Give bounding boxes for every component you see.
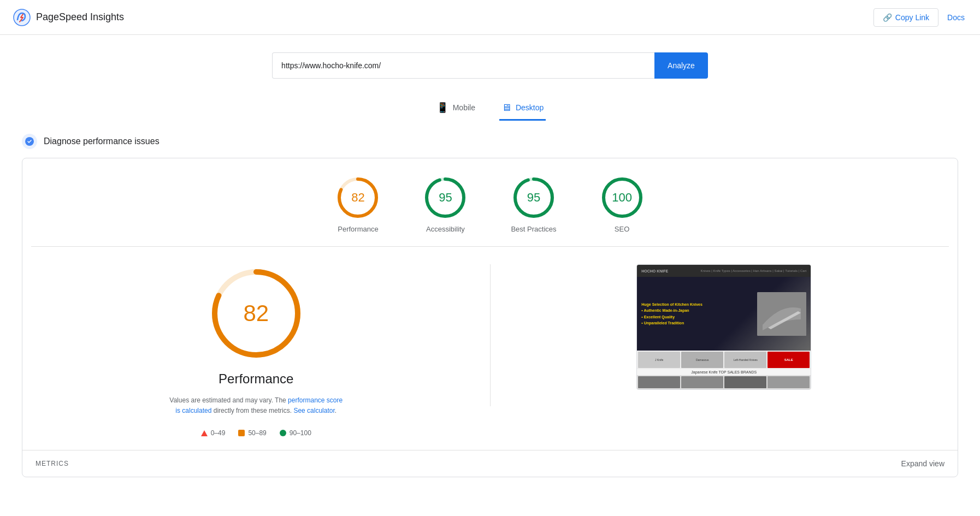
legend: 0–49 50–89 90–100 [201, 429, 311, 437]
site-header-bar: HOCHO KNIFE Knives | Knife Types | Acces… [637, 265, 811, 277]
diagnose-section: Diagnose performance issues [0, 121, 980, 158]
performance-label: Performance [338, 225, 378, 233]
detail-vertical-divider [490, 264, 491, 406]
big-gauge: 82 [207, 264, 305, 363]
average-range: 50–89 [248, 429, 266, 437]
detail-right: HOCHO KNIFE Knives | Knife Types | Acces… [512, 264, 936, 390]
hero-knife-image [757, 292, 806, 336]
score-accessibility[interactable]: 95 Accessibility [423, 176, 467, 233]
brand-img-3 [724, 376, 766, 388]
detail-description: Values are estimated and may vary. The p… [169, 395, 344, 416]
detail-left: 82 Performance Values are estimated and … [44, 264, 468, 437]
url-input[interactable] [272, 52, 654, 79]
score-best-practices[interactable]: 95 Best Practices [511, 176, 556, 233]
seo-label: SEO [615, 225, 629, 233]
header: PageSpeed Insights 🔗 Copy Link Docs [0, 0, 980, 35]
performance-score: 82 [351, 191, 364, 205]
brand-img-4 [768, 376, 810, 388]
copy-link-button[interactable]: 🔗 Copy Link [873, 8, 938, 27]
best-practices-score: 95 [527, 191, 540, 205]
tab-desktop-label: Desktop [516, 103, 544, 112]
search-section: Analyze [0, 35, 980, 92]
average-icon [238, 430, 245, 436]
metrics-bar: METRICS Expand view [22, 450, 958, 477]
hero-title-4: • Unparalleled Tradition [641, 320, 753, 326]
detail-section: 82 Performance Values are estimated and … [22, 247, 958, 450]
product-sale: SALE [768, 352, 810, 368]
mobile-icon: 📱 [436, 102, 448, 114]
header-left: PageSpeed Insights [13, 9, 124, 26]
brand-images [637, 375, 811, 389]
copy-link-label: Copy Link [895, 13, 929, 22]
detail-perf-title: Performance [219, 371, 293, 387]
scores-row: 82 Performance 95 Accessibility [22, 158, 958, 246]
diagnose-icon [22, 134, 37, 149]
header-right: 🔗 Copy Link Docs [873, 8, 967, 27]
tab-mobile[interactable]: 📱 Mobile [434, 96, 477, 121]
tab-desktop[interactable]: 🖥 Desktop [499, 96, 546, 121]
site-screenshot: HOCHO KNIFE Knives | Knife Types | Acces… [636, 264, 811, 390]
performance-circle: 82 [336, 176, 380, 220]
analyze-button[interactable]: Analyze [654, 52, 708, 79]
calculator-link[interactable]: See calculator [293, 407, 334, 414]
legend-pass: 90–100 [280, 429, 311, 437]
diagnose-title: Diagnose performance issues [44, 137, 160, 146]
best-practices-circle: 95 [512, 176, 556, 220]
url-input-wrapper [272, 52, 654, 79]
docs-button[interactable]: Docs [945, 9, 967, 26]
desktop-icon: 🖥 [501, 102, 511, 114]
pass-icon [280, 430, 286, 436]
pagespeed-logo [13, 9, 31, 26]
accessibility-score: 95 [439, 191, 452, 205]
hero-title-3: • Excellent Quality [641, 314, 753, 320]
app-title: PageSpeed Insights [36, 11, 124, 23]
score-seo[interactable]: 100 SEO [600, 176, 644, 233]
fail-icon [201, 430, 208, 436]
site-nav-items: Knives | Knife Types | Accessories | Han… [701, 269, 807, 272]
legend-average: 50–89 [238, 429, 266, 437]
brand-img-2 [681, 376, 723, 388]
seo-circle: 100 [600, 176, 644, 220]
brand-img-1 [638, 376, 680, 388]
product-left-handed: Left-Handed Knives [724, 352, 766, 368]
legend-fail: 0–49 [201, 429, 226, 437]
metrics-label: METRICS [36, 460, 69, 467]
tab-mobile-label: Mobile [453, 103, 475, 112]
seo-score: 100 [612, 191, 632, 205]
score-performance[interactable]: 82 Performance [336, 176, 380, 233]
hero-title-1: Huge Selection of Kitchen Knives [641, 301, 753, 307]
expand-view-button[interactable]: Expand view [901, 459, 944, 468]
site-title: HOCHO KNIFE [641, 269, 668, 273]
best-practices-label: Best Practices [511, 225, 556, 233]
brand-row-label: Japanese Knife TOP SALES BRANDS [637, 369, 811, 375]
pass-range: 90–100 [290, 429, 311, 437]
tabs-section: 📱 Mobile 🖥 Desktop [0, 92, 980, 121]
accessibility-label: Accessibility [426, 225, 465, 233]
product-damascus: Damascus [681, 352, 723, 368]
fail-range: 0–49 [211, 429, 226, 437]
product-j-knife: J Knife [638, 352, 680, 368]
accessibility-circle: 95 [423, 176, 467, 220]
hero-title-2: • Authentic Made-in-Japan [641, 307, 753, 313]
site-hero: Huge Selection of Kitchen Knives • Authe… [637, 277, 811, 351]
site-products: J Knife Damascus Left-Handed Knives SALE [637, 351, 811, 369]
site-hero-text: Huge Selection of Kitchen Knives • Authe… [641, 301, 753, 326]
link-icon: 🔗 [883, 13, 892, 22]
big-score-number: 82 [243, 300, 269, 327]
desc-pre: Values are estimated and may vary. The [169, 396, 288, 404]
results-card: 82 Performance 95 Accessibility [22, 158, 958, 477]
